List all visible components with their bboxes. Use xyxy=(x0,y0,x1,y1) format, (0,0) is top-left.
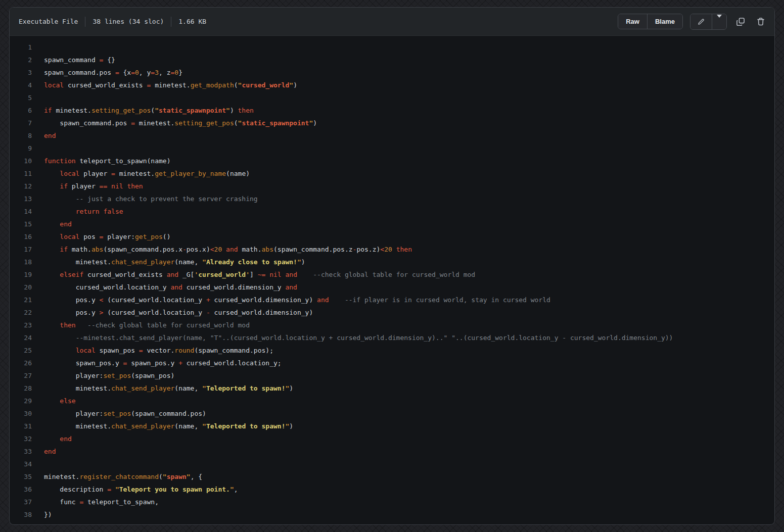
code-line-content: spawn_pos.y = spawn_pos.y + cursed_world… xyxy=(44,357,282,369)
edit-dropdown-button[interactable] xyxy=(712,14,726,29)
code-line: 17 if math.abs(spawn_command.pos.x-pos.x… xyxy=(10,243,774,256)
code-line-content: if player == nil then xyxy=(44,180,143,192)
code-line: 10function teleport_to_spawn(name) xyxy=(10,155,774,167)
copy-button[interactable] xyxy=(734,15,747,28)
line-number[interactable]: 38 xyxy=(10,508,44,521)
code-line-content: }) xyxy=(44,508,52,521)
trash-icon xyxy=(756,17,765,26)
code-line: 36 description = "Teleport you to spawn … xyxy=(10,483,774,496)
blame-button[interactable]: Blame xyxy=(647,14,682,29)
code-line-content: minetest.chat_send_player(name, "Telepor… xyxy=(44,382,293,395)
edit-button[interactable] xyxy=(690,14,712,29)
code-line-content: return false xyxy=(44,205,123,218)
caret-down-icon xyxy=(717,15,722,25)
line-number[interactable]: 27 xyxy=(10,369,44,382)
line-number[interactable]: 35 xyxy=(10,470,44,483)
code-line-content: spawn_command.pos = minetest.setting_get… xyxy=(44,117,317,129)
line-number[interactable]: 20 xyxy=(10,281,44,294)
code-line-content: else xyxy=(44,395,76,407)
line-number[interactable]: 25 xyxy=(10,344,44,357)
line-number[interactable]: 15 xyxy=(10,218,44,230)
code-area: 12spawn_command = {}3spawn_command.pos =… xyxy=(10,36,774,524)
file-mode-label: Executable File xyxy=(19,18,78,25)
code-line: 1 xyxy=(10,41,774,54)
line-number[interactable]: 29 xyxy=(10,395,44,407)
code-line-content: local pos = player:get_pos() xyxy=(44,230,171,243)
line-number[interactable]: 33 xyxy=(10,445,44,458)
file-lines-info: 38 lines (34 sloc) xyxy=(93,18,164,25)
meta-divider xyxy=(85,17,85,27)
code-line-content: end xyxy=(44,218,72,230)
line-number[interactable]: 3 xyxy=(10,66,44,79)
line-number[interactable]: 1 xyxy=(10,41,44,54)
line-number[interactable]: 30 xyxy=(10,407,44,420)
line-number[interactable]: 19 xyxy=(10,268,44,281)
line-number[interactable]: 18 xyxy=(10,256,44,268)
code-line-content: player:set_pos(spawn_pos) xyxy=(44,369,174,382)
code-line: 33end xyxy=(10,445,774,458)
code-line-content: spawn_command.pos = {x=0, y=3, z=0} xyxy=(44,66,182,79)
meta-divider xyxy=(171,17,171,27)
code-line: 6if minetest.setting_get_pos("static_spa… xyxy=(10,104,774,117)
code-line: 14 return false xyxy=(10,205,774,218)
line-number[interactable]: 9 xyxy=(10,142,44,155)
code-line: 19 elseif cursed_world_exists and _G['cu… xyxy=(10,268,774,281)
code-line-content: --minetest.chat_send_player(name, "T"..(… xyxy=(44,331,673,344)
raw-button[interactable]: Raw xyxy=(618,14,647,29)
code-line-content: player:set_pos(spawn_command.pos) xyxy=(44,407,206,420)
line-number[interactable]: 26 xyxy=(10,357,44,369)
code-line-content: description = "Teleport you to spawn poi… xyxy=(44,483,238,496)
line-number[interactable]: 14 xyxy=(10,205,44,218)
code-line-content: cursed_world.location_y and cursed_world… xyxy=(44,281,297,294)
line-number[interactable]: 5 xyxy=(10,91,44,104)
code-line-content: end xyxy=(44,432,72,445)
code-line-content: then --check global table for cursed_wor… xyxy=(44,319,250,331)
code-line: 32 end xyxy=(10,432,774,445)
code-line: 16 local pos = player:get_pos() xyxy=(10,230,774,243)
code-line: 8end xyxy=(10,129,774,142)
line-number[interactable]: 37 xyxy=(10,496,44,508)
line-number[interactable]: 22 xyxy=(10,306,44,319)
line-number[interactable]: 24 xyxy=(10,331,44,344)
raw-blame-group: Raw Blame xyxy=(618,14,683,29)
line-number[interactable]: 13 xyxy=(10,192,44,205)
line-number[interactable]: 7 xyxy=(10,117,44,129)
code-line: 37 func = teleport_to_spawn, xyxy=(10,496,774,508)
line-number[interactable]: 34 xyxy=(10,458,44,470)
code-line: 38}) xyxy=(10,508,774,521)
file-meta: Executable File 38 lines (34 sloc) 1.66 … xyxy=(19,17,206,27)
code-line-content: pos.y > (cursed_world.location_y - curse… xyxy=(44,306,313,319)
code-line: 24 --minetest.chat_send_player(name, "T"… xyxy=(10,331,774,344)
code-line: 27 player:set_pos(spawn_pos) xyxy=(10,369,774,382)
edit-group xyxy=(690,14,727,30)
header-actions: Raw Blame xyxy=(618,14,767,30)
line-number[interactable]: 31 xyxy=(10,420,44,432)
file-header: Executable File 38 lines (34 sloc) 1.66 … xyxy=(10,8,774,36)
code-line: 29 else xyxy=(10,395,774,407)
code-line: 26 spawn_pos.y = spawn_pos.y + cursed_wo… xyxy=(10,357,774,369)
code-line-content: local spawn_pos = vector.round(spawn_com… xyxy=(44,344,273,357)
code-line: 20 cursed_world.location_y and cursed_wo… xyxy=(10,281,774,294)
line-number[interactable]: 4 xyxy=(10,79,44,91)
code-line: 21 pos.y < (cursed_world.location_y + cu… xyxy=(10,294,774,306)
code-line: 5 xyxy=(10,91,774,104)
line-number[interactable]: 11 xyxy=(10,167,44,180)
line-number[interactable]: 21 xyxy=(10,294,44,306)
line-number[interactable]: 8 xyxy=(10,129,44,142)
code-line: 34 xyxy=(10,458,774,470)
code-line: 22 pos.y > (cursed_world.location_y - cu… xyxy=(10,306,774,319)
line-number[interactable]: 23 xyxy=(10,319,44,331)
line-number[interactable]: 10 xyxy=(10,155,44,167)
line-number[interactable]: 17 xyxy=(10,243,44,256)
line-number[interactable]: 32 xyxy=(10,432,44,445)
line-number[interactable]: 36 xyxy=(10,483,44,496)
delete-button[interactable] xyxy=(754,15,767,28)
line-number[interactable]: 28 xyxy=(10,382,44,395)
line-number[interactable]: 2 xyxy=(10,54,44,66)
code-line-content: if minetest.setting_get_pos("static_spaw… xyxy=(44,104,254,117)
line-number[interactable]: 12 xyxy=(10,180,44,192)
line-number[interactable]: 6 xyxy=(10,104,44,117)
line-number[interactable]: 16 xyxy=(10,230,44,243)
code-line-content: -- just a check to prevent the server cr… xyxy=(44,192,258,205)
code-line: 7 spawn_command.pos = minetest.setting_g… xyxy=(10,117,774,129)
